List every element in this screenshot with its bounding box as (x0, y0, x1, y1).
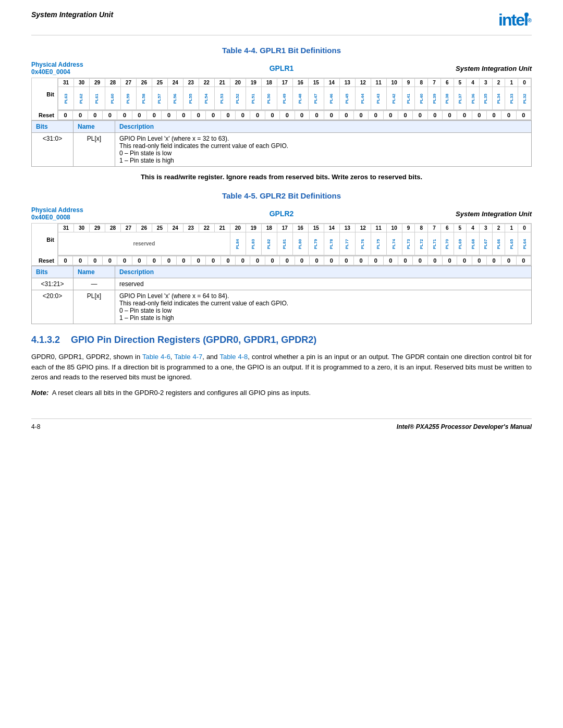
reset-val-cell: 0 (147, 256, 162, 265)
reset-label: Reset (32, 110, 58, 120)
table4-reset-row: Reset 00000000000000000000000000000000 (32, 110, 532, 120)
reset-val-cell: 0 (250, 256, 265, 265)
bit-name-cell: PL40 (415, 87, 428, 110)
bit-name-cell: PL63 (58, 87, 74, 110)
reset-val-cell: 0 (398, 111, 412, 120)
col-bits2: Bits (32, 266, 74, 278)
table5-desc-header: Bits Name Description (32, 266, 532, 278)
table4-reg-header: Physical Address 0x40E0_0004 GPLR1 Syste… (31, 61, 532, 76)
bit-name-cell: PL76 (355, 232, 371, 255)
bit-num-cell: 10 (386, 79, 402, 87)
bit-name-cell: PL62 (74, 87, 89, 110)
reset-val-cell: 0 (501, 111, 516, 120)
bit-name-cell: PL39 (428, 87, 441, 110)
col-bits: Bits (32, 121, 74, 133)
bit-num-cell: 9 (402, 79, 415, 87)
page-header: System Integration Unit intel® (31, 10, 532, 35)
bit-num-cell: 1 (505, 224, 518, 232)
bit-num-cell: 13 (339, 79, 355, 87)
header-title: System Integration Unit (31, 10, 113, 19)
bit-num-cell: 9 (402, 224, 415, 232)
reset-val-cell: 0 (516, 111, 531, 120)
bit-name-cell: PL36 (467, 87, 480, 110)
table5-title: Table 4-5. GPLR2 Bit Definitions (31, 191, 532, 200)
bit-name-cell: PL77 (339, 232, 355, 255)
bit-num-cell: 7 (428, 224, 441, 232)
bit-name-cell: PL79 (308, 232, 324, 255)
bit-name-cell: PL47 (308, 87, 324, 110)
bit-name-cell: PL68 (467, 232, 480, 255)
bit-num-cell: 20 (230, 79, 246, 87)
bit-num-cell: 31 (58, 79, 74, 87)
table4-sys-unit: System Integration Unit (365, 65, 532, 72)
reset-val-cell: 0 (73, 256, 88, 265)
bit-label2: Bit (32, 224, 58, 256)
reset-val-cell: 0 (353, 111, 368, 120)
bit-num-cell: 25 (152, 79, 167, 87)
bit-name-cell: PL37 (454, 87, 467, 110)
bit-num-cell: 26 (136, 79, 152, 87)
bit-num-cell: 21 (214, 79, 230, 87)
reset-val-cell: 0 (280, 256, 295, 265)
reset-val-cell: 0 (103, 111, 117, 120)
reset-val-cell: 0 (442, 256, 457, 265)
table5-reg-name: GPLR2 (198, 209, 365, 218)
table5-bit-row: Bit 313029282726252423222120191817161514… (32, 224, 532, 256)
table4-reset-val-row: 00000000000000000000000000000000 (58, 111, 531, 120)
bit-num-cell: 8 (415, 224, 428, 232)
reset-val-cell: 0 (353, 256, 368, 265)
reset-val-cell: 0 (324, 111, 339, 120)
reset-val-cell: 0 (383, 111, 398, 120)
table4-title: Table 4-4. GPLR1 Bit Definitions (31, 46, 532, 55)
bit-num-cell: 0 (518, 79, 531, 87)
reset-val-cell: 0 (176, 111, 191, 120)
reset-val-cell: 0 (516, 256, 531, 265)
bit-num-cell: 12 (355, 79, 371, 87)
reset-val-cell: 0 (58, 111, 73, 120)
reset-val-cell: 0 (369, 256, 383, 265)
table4-name-row: PL63PL62PL61PL60PL59PL58PL57PL56PL55PL54… (58, 87, 531, 110)
reset-val-cell: 0 (457, 111, 472, 120)
bit-name-cell: PL44 (355, 87, 371, 110)
bit-name-cell: PL74 (386, 232, 402, 255)
reset-val-cell: 0 (501, 256, 516, 265)
table5-reset-values: 00000000000000000000000000000000 (58, 256, 531, 265)
reset-val-cell: 0 (58, 256, 73, 265)
reset-val-cell: 0 (162, 111, 176, 120)
table4-bit-numbers: 3130292827262524232221201918171615141312… (58, 78, 531, 110)
table5-desc-row1: <31:21> — reserved (32, 278, 532, 290)
reset-val-cell: 0 (88, 256, 102, 265)
reset-val-cell: 0 (236, 111, 250, 120)
reset-val-cell: 0 (486, 111, 501, 120)
reset-val-cell: 0 (132, 256, 146, 265)
reset-val-cell: 0 (103, 256, 117, 265)
table5-name-row: reservedPL84PL83PL82PL81PL80PL79PL78PL77… (58, 232, 531, 255)
bit-num-cell: 18 (261, 79, 277, 87)
table4-desc-row1: <31:0> PL[x] GPIO Pin Level 'x' (where x… (32, 133, 532, 167)
bit-name-cell: PL80 (292, 232, 308, 255)
bit-name-cell: PL75 (371, 232, 386, 255)
reset-val-cell: 0 (236, 256, 250, 265)
bit-num-cell: 15 (308, 79, 324, 87)
bit-num-cell: 6 (440, 224, 454, 232)
bit-num-cell: 31 (58, 224, 74, 232)
reset-val-cell: 0 (427, 111, 442, 120)
reset-val-cell: 0 (369, 111, 383, 120)
table5-reg-header: Physical Address 0x40E0_0008 GPLR2 Syste… (31, 206, 532, 221)
bit-name-cell: PL48 (292, 87, 308, 110)
reset-val-cell: 0 (339, 111, 353, 120)
bit-num-cell: 28 (105, 79, 120, 87)
reset-val-cell: 0 (88, 111, 102, 120)
bit-num-cell: 7 (428, 79, 441, 87)
bit-name-cell: PL45 (339, 87, 355, 110)
table5-num-row: 3130292827262524232221201918171615141312… (58, 224, 531, 232)
reset-val-cell: 0 (442, 111, 457, 120)
bit-num-cell: 22 (199, 79, 214, 87)
bit-name-cell: PL42 (386, 87, 402, 110)
bit-num-cell: 23 (183, 79, 199, 87)
bit-name-cell: PL73 (402, 232, 415, 255)
bit-name-cell: PL59 (120, 87, 136, 110)
bit-num-cell: 0 (518, 224, 531, 232)
table4-bit-row: Bit 313029282726252423222120191817161514… (32, 78, 532, 110)
note1: This is read/write register. Ignore read… (31, 173, 532, 181)
